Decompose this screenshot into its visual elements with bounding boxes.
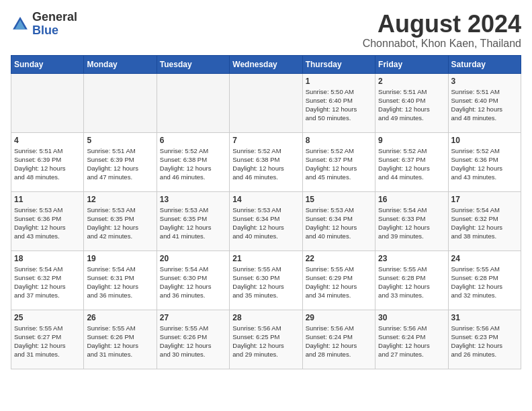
calendar-cell: 15Sunrise: 5:53 AM Sunset: 6:34 PM Dayli… xyxy=(302,191,375,250)
calendar-cell: 3Sunrise: 5:51 AM Sunset: 6:40 PM Daylig… xyxy=(448,73,521,132)
day-info: Sunrise: 5:51 AM Sunset: 6:39 PM Dayligh… xyxy=(87,146,153,182)
day-number: 26 xyxy=(87,313,153,322)
calendar-cell: 16Sunrise: 5:54 AM Sunset: 6:33 PM Dayli… xyxy=(375,191,448,250)
weekday-header-friday: Friday xyxy=(375,55,448,73)
calendar-cell: 30Sunrise: 5:56 AM Sunset: 6:24 PM Dayli… xyxy=(375,310,448,369)
day-info: Sunrise: 5:53 AM Sunset: 6:36 PM Dayligh… xyxy=(14,205,81,241)
day-info: Sunrise: 5:54 AM Sunset: 6:32 PM Dayligh… xyxy=(14,265,81,300)
calendar-title: August 2024 xyxy=(363,11,521,38)
day-number: 11 xyxy=(14,195,81,204)
calendar-header: SundayMondayTuesdayWednesdayThursdayFrid… xyxy=(11,55,521,73)
day-info: Sunrise: 5:55 AM Sunset: 6:26 PM Dayligh… xyxy=(87,324,153,359)
day-number: 27 xyxy=(160,313,226,322)
day-info: Sunrise: 5:51 AM Sunset: 6:40 PM Dayligh… xyxy=(451,87,518,123)
calendar-table: SundayMondayTuesdayWednesdayThursdayFrid… xyxy=(11,55,521,369)
day-number: 28 xyxy=(232,313,299,322)
day-number: 13 xyxy=(160,195,226,204)
day-number: 29 xyxy=(306,313,372,322)
day-number: 3 xyxy=(451,77,518,86)
weekday-header-monday: Monday xyxy=(84,55,157,73)
day-info: Sunrise: 5:53 AM Sunset: 6:34 PM Dayligh… xyxy=(306,205,372,241)
day-info: Sunrise: 5:51 AM Sunset: 6:40 PM Dayligh… xyxy=(378,87,445,123)
calendar-cell: 14Sunrise: 5:53 AM Sunset: 6:34 PM Dayli… xyxy=(230,191,302,250)
weekday-header-row: SundayMondayTuesdayWednesdayThursdayFrid… xyxy=(11,55,521,73)
day-info: Sunrise: 5:53 AM Sunset: 6:34 PM Dayligh… xyxy=(232,205,299,241)
week-row-1: 1Sunrise: 5:50 AM Sunset: 6:40 PM Daylig… xyxy=(11,73,521,132)
calendar-cell: 23Sunrise: 5:55 AM Sunset: 6:28 PM Dayli… xyxy=(375,250,448,310)
day-number: 6 xyxy=(160,136,226,145)
calendar-cell: 18Sunrise: 5:54 AM Sunset: 6:32 PM Dayli… xyxy=(11,250,84,310)
calendar-cell: 10Sunrise: 5:52 AM Sunset: 6:36 PM Dayli… xyxy=(448,132,521,191)
day-number: 18 xyxy=(14,254,81,263)
calendar-cell: 22Sunrise: 5:55 AM Sunset: 6:29 PM Dayli… xyxy=(302,250,375,310)
calendar-cell: 20Sunrise: 5:54 AM Sunset: 6:30 PM Dayli… xyxy=(157,250,229,310)
calendar-cell: 1Sunrise: 5:50 AM Sunset: 6:40 PM Daylig… xyxy=(302,73,375,132)
calendar-body: 1Sunrise: 5:50 AM Sunset: 6:40 PM Daylig… xyxy=(11,73,521,369)
day-info: Sunrise: 5:55 AM Sunset: 6:30 PM Dayligh… xyxy=(232,265,299,300)
day-info: Sunrise: 5:56 AM Sunset: 6:24 PM Dayligh… xyxy=(306,324,372,359)
logo: General Blue xyxy=(11,11,77,38)
logo-text: General Blue xyxy=(32,11,77,38)
weekday-header-saturday: Saturday xyxy=(448,55,521,73)
calendar-cell xyxy=(84,73,157,132)
logo-blue: Blue xyxy=(32,24,58,37)
day-number: 23 xyxy=(378,254,445,263)
calendar-cell: 8Sunrise: 5:52 AM Sunset: 6:37 PM Daylig… xyxy=(302,132,375,191)
week-row-5: 25Sunrise: 5:55 AM Sunset: 6:27 PM Dayli… xyxy=(11,310,521,369)
day-info: Sunrise: 5:55 AM Sunset: 6:26 PM Dayligh… xyxy=(160,324,226,359)
day-number: 24 xyxy=(451,254,518,263)
day-info: Sunrise: 5:56 AM Sunset: 6:25 PM Dayligh… xyxy=(232,324,299,359)
day-info: Sunrise: 5:54 AM Sunset: 6:31 PM Dayligh… xyxy=(87,265,153,300)
day-info: Sunrise: 5:52 AM Sunset: 6:38 PM Dayligh… xyxy=(160,146,226,182)
day-info: Sunrise: 5:55 AM Sunset: 6:28 PM Dayligh… xyxy=(378,265,445,300)
calendar-cell: 31Sunrise: 5:56 AM Sunset: 6:23 PM Dayli… xyxy=(448,310,521,369)
week-row-4: 18Sunrise: 5:54 AM Sunset: 6:32 PM Dayli… xyxy=(11,250,521,310)
calendar-cell: 29Sunrise: 5:56 AM Sunset: 6:24 PM Dayli… xyxy=(302,310,375,369)
calendar-cell: 19Sunrise: 5:54 AM Sunset: 6:31 PM Dayli… xyxy=(84,250,157,310)
day-number: 8 xyxy=(306,136,372,145)
day-number: 21 xyxy=(232,254,299,263)
calendar-cell: 27Sunrise: 5:55 AM Sunset: 6:26 PM Dayli… xyxy=(157,310,229,369)
day-info: Sunrise: 5:52 AM Sunset: 6:37 PM Dayligh… xyxy=(306,146,372,182)
day-number: 17 xyxy=(451,195,518,204)
day-info: Sunrise: 5:52 AM Sunset: 6:38 PM Dayligh… xyxy=(232,146,299,182)
day-info: Sunrise: 5:51 AM Sunset: 6:39 PM Dayligh… xyxy=(14,146,81,182)
weekday-header-sunday: Sunday xyxy=(11,55,84,73)
calendar-cell: 5Sunrise: 5:51 AM Sunset: 6:39 PM Daylig… xyxy=(84,132,157,191)
day-info: Sunrise: 5:53 AM Sunset: 6:35 PM Dayligh… xyxy=(87,205,153,241)
calendar-cell: 21Sunrise: 5:55 AM Sunset: 6:30 PM Dayli… xyxy=(230,250,302,310)
day-info: Sunrise: 5:55 AM Sunset: 6:28 PM Dayligh… xyxy=(451,265,518,300)
header: General Blue August 2024 Chonnabot, Khon… xyxy=(11,11,521,50)
day-number: 1 xyxy=(306,77,372,86)
title-area: August 2024 Chonnabot, Khon Kaen, Thaila… xyxy=(363,11,521,50)
day-info: Sunrise: 5:55 AM Sunset: 6:29 PM Dayligh… xyxy=(306,265,372,300)
day-number: 16 xyxy=(378,195,445,204)
day-info: Sunrise: 5:52 AM Sunset: 6:37 PM Dayligh… xyxy=(378,146,445,182)
calendar-cell: 26Sunrise: 5:55 AM Sunset: 6:26 PM Dayli… xyxy=(84,310,157,369)
calendar-cell xyxy=(230,73,302,132)
day-number: 14 xyxy=(232,195,299,204)
day-number: 10 xyxy=(451,136,518,145)
week-row-3: 11Sunrise: 5:53 AM Sunset: 6:36 PM Dayli… xyxy=(11,191,521,250)
calendar-cell xyxy=(11,73,84,132)
calendar-subtitle: Chonnabot, Khon Kaen, Thailand xyxy=(363,38,521,50)
calendar-cell: 17Sunrise: 5:54 AM Sunset: 6:32 PM Dayli… xyxy=(448,191,521,250)
calendar-cell: 12Sunrise: 5:53 AM Sunset: 6:35 PM Dayli… xyxy=(84,191,157,250)
day-info: Sunrise: 5:54 AM Sunset: 6:30 PM Dayligh… xyxy=(160,265,226,300)
day-info: Sunrise: 5:50 AM Sunset: 6:40 PM Dayligh… xyxy=(306,87,372,123)
calendar-cell: 2Sunrise: 5:51 AM Sunset: 6:40 PM Daylig… xyxy=(375,73,448,132)
logo-icon xyxy=(11,15,30,34)
calendar-cell: 4Sunrise: 5:51 AM Sunset: 6:39 PM Daylig… xyxy=(11,132,84,191)
day-number: 20 xyxy=(160,254,226,263)
day-info: Sunrise: 5:54 AM Sunset: 6:33 PM Dayligh… xyxy=(378,205,445,241)
day-info: Sunrise: 5:55 AM Sunset: 6:27 PM Dayligh… xyxy=(14,324,81,359)
calendar-cell: 11Sunrise: 5:53 AM Sunset: 6:36 PM Dayli… xyxy=(11,191,84,250)
logo-general: General xyxy=(32,10,77,24)
day-info: Sunrise: 5:56 AM Sunset: 6:23 PM Dayligh… xyxy=(451,324,518,359)
day-number: 2 xyxy=(378,77,445,86)
calendar-cell: 9Sunrise: 5:52 AM Sunset: 6:37 PM Daylig… xyxy=(375,132,448,191)
weekday-header-wednesday: Wednesday xyxy=(230,55,302,73)
day-number: 22 xyxy=(306,254,372,263)
day-number: 5 xyxy=(87,136,153,145)
week-row-2: 4Sunrise: 5:51 AM Sunset: 6:39 PM Daylig… xyxy=(11,132,521,191)
